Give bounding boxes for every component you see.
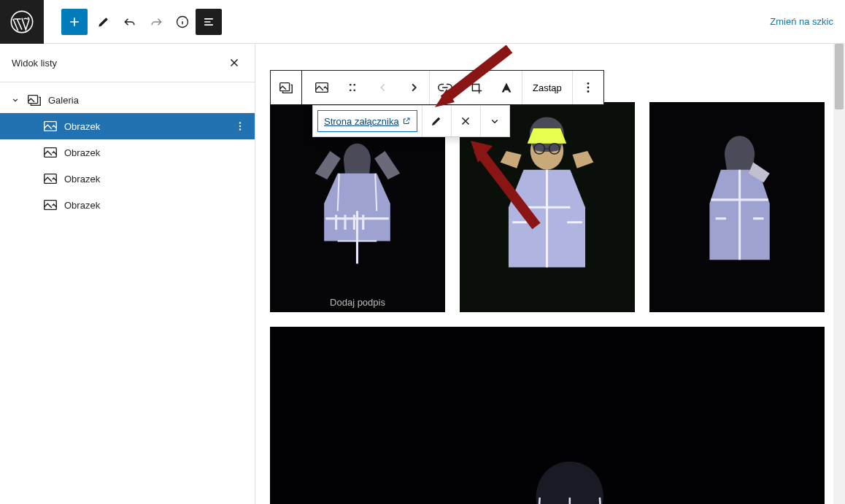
kebab-icon [234, 120, 247, 133]
tree-item-label: Obrazek [64, 174, 100, 185]
wordpress-icon [10, 10, 34, 34]
undo-button[interactable] [117, 9, 143, 35]
image-content [649, 102, 825, 312]
vertical-scrollbar[interactable] [833, 44, 845, 504]
editor-canvas-area: Zastąp Strona załącznika [255, 44, 845, 504]
svg-point-5 [239, 125, 241, 127]
image-icon [42, 144, 58, 160]
block-toolbar: Zastąp [270, 70, 604, 105]
svg-point-14 [350, 89, 352, 91]
chevron-down-icon [488, 115, 501, 128]
list-view-sidebar: Widok listy Galeria Obrazek [0, 44, 255, 504]
canvas: Zastąp Strona załącznika [270, 102, 825, 504]
close-sidebar-button[interactable] [225, 54, 243, 71]
svg-point-13 [353, 84, 355, 86]
tree-item-image[interactable]: Obrazek [0, 166, 255, 192]
editor-topbar: Zmień na szkic [0, 0, 845, 44]
tree-item-image[interactable]: Obrazek [0, 192, 255, 218]
gallery-icon [26, 92, 42, 108]
image-content [270, 327, 825, 504]
block-type-button[interactable] [306, 71, 337, 104]
sidebar-header: Widok listy [0, 44, 255, 82]
svg-point-18 [587, 90, 589, 93]
undo-icon [123, 15, 137, 29]
more-options-button[interactable] [231, 117, 249, 135]
edit-link-button[interactable] [422, 106, 451, 136]
move-right-button[interactable] [398, 71, 429, 104]
scroll-thumb[interactable] [835, 44, 844, 109]
gallery-image[interactable] [270, 327, 825, 504]
tree-item-image[interactable]: Obrazek [0, 139, 255, 166]
chevron-down-icon [10, 95, 20, 105]
block-toolbar-group [573, 71, 603, 104]
wordpress-logo[interactable] [0, 0, 44, 44]
tree-item-image[interactable]: Obrazek [0, 113, 255, 139]
link-button[interactable] [430, 71, 460, 104]
kebab-icon [580, 80, 596, 96]
link-url-display[interactable]: Strona załącznika [317, 110, 417, 132]
more-block-options-button[interactable] [573, 71, 603, 104]
svg-point-12 [350, 84, 352, 86]
close-icon [228, 56, 241, 69]
image-icon [42, 118, 58, 134]
link-icon [437, 80, 453, 96]
info-icon [175, 15, 190, 29]
list-view-icon [201, 15, 216, 29]
toolbar-left [44, 9, 222, 35]
block-toolbar-group [306, 71, 430, 104]
svg-point-15 [353, 89, 355, 91]
move-left-button [368, 71, 398, 104]
pencil-icon [430, 115, 443, 128]
text-overlay-icon [498, 80, 514, 96]
caption-placeholder[interactable]: Dodaj podpis [270, 297, 445, 308]
switch-to-draft-link[interactable]: Zmień na szkic [770, 16, 833, 27]
gallery-image[interactable] [649, 102, 825, 312]
block-toolbar-group: Zastąp [522, 71, 573, 104]
tree-item-label: Galeria [48, 95, 79, 106]
svg-point-16 [587, 82, 589, 85]
crop-icon [468, 80, 484, 96]
remove-link-button[interactable] [451, 106, 480, 136]
image-icon [42, 197, 58, 213]
drag-handle-button[interactable] [337, 71, 368, 104]
crop-button[interactable] [460, 71, 491, 104]
svg-point-6 [239, 128, 241, 130]
link-settings-button[interactable] [480, 106, 509, 136]
image-icon [42, 171, 58, 187]
info-button[interactable] [169, 9, 196, 35]
link-url-text[interactable]: Strona załącznika [324, 116, 399, 127]
drag-icon [344, 80, 360, 96]
redo-button [143, 9, 169, 35]
chevron-left-icon [375, 80, 391, 96]
plus-icon [67, 15, 82, 29]
tree-item-label: Obrazek [64, 147, 100, 158]
block-toolbar-group [270, 70, 302, 105]
svg-point-17 [587, 87, 589, 89]
list-view-button[interactable] [196, 9, 222, 35]
block-toolbar-group [430, 71, 522, 104]
topbar-right: Zmień na szkic [770, 16, 845, 27]
gallery-icon [278, 80, 294, 96]
close-icon [459, 115, 472, 128]
sidebar-title: Widok listy [12, 58, 57, 69]
tree-item-gallery[interactable]: Galeria [0, 87, 255, 113]
gallery-block[interactable]: Zastąp Strona załącznika [270, 102, 825, 504]
add-block-button[interactable] [61, 9, 88, 35]
redo-icon [149, 15, 163, 29]
text-overlay-button[interactable] [491, 71, 522, 104]
svg-point-4 [239, 122, 241, 123]
chevron-right-icon [406, 80, 422, 96]
pencil-icon [96, 15, 111, 29]
block-tree: Galeria Obrazek Obrazek Obrazek O [0, 82, 255, 222]
external-link-icon [402, 117, 411, 125]
tree-item-label: Obrazek [64, 121, 100, 132]
link-popover: Strona załącznika [312, 105, 510, 137]
image-icon [314, 80, 330, 96]
edit-tool-button[interactable] [90, 9, 117, 35]
parent-block-button[interactable] [271, 71, 301, 104]
tree-item-label: Obrazek [64, 200, 100, 211]
replace-button[interactable]: Zastąp [522, 71, 572, 104]
